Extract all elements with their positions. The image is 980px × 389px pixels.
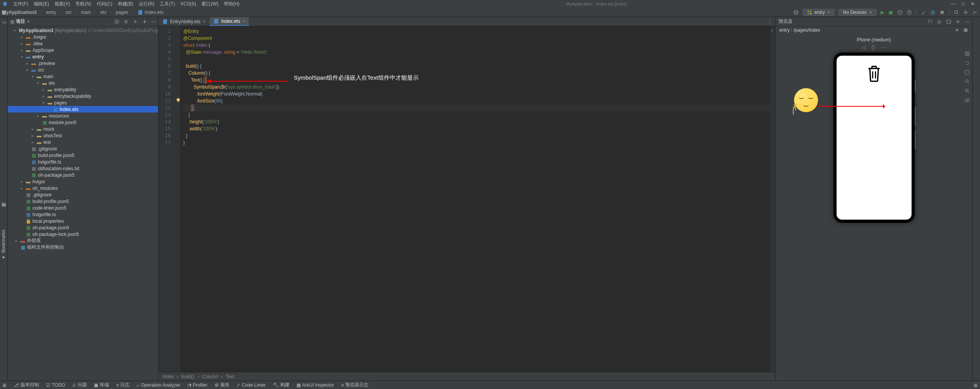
run-icon[interactable]: ▶ [881,10,884,15]
tree-node[interactable]: ▸▬test [8,139,158,145]
code-text[interactable]: @Entry @Component struct Index { @State … [180,26,775,372]
preview-hide-icon[interactable]: — [965,19,969,24]
tree-scratch[interactable]: ▦临时文件和控制台 [8,244,158,251]
toolwindow-project-tab[interactable]: ▭ 项目 [1,19,7,26]
crumb[interactable]: Column [202,374,218,379]
tree-node[interactable]: ▦oh-package.json5 [8,224,158,231]
sb-terminal[interactable]: ▣ 终端 [94,382,109,388]
tree-node[interactable]: ▾▬pages [8,99,158,106]
tree-node[interactable]: ▸▬AppScope [8,47,158,53]
menu-run[interactable]: 运行(R) [136,0,157,8]
tree-root[interactable]: ▾MyApplication3[MyApplication]C:\Users\M… [8,27,158,34]
grid-icon[interactable] [965,51,970,56]
tree-node[interactable]: ▸▬entryability [8,86,158,93]
fit-icon[interactable] [965,70,970,75]
sb-code-linter[interactable]: ✓ Code Linter [237,382,266,388]
tree-node[interactable]: ▦oh-package-lock.json5 [8,231,158,237]
tree-node[interactable]: ▦module.json5 [8,119,158,126]
hide-toolwindows-icon[interactable]: ▣ [2,382,7,388]
menu-tools[interactable]: 工具(T) [157,0,177,8]
tree-node[interactable]: ▸▬ohosTest [8,132,158,139]
sb-services[interactable]: ⚙ 服务 [215,382,230,388]
tree-node[interactable]: ▦build-profile.json5 [8,198,158,205]
menu-window[interactable]: 窗口(W) [199,0,220,8]
expand-all-icon[interactable] [123,19,129,24]
tree-node[interactable]: ▦hvigorfile.ts [8,211,158,218]
project-tree[interactable]: ▾MyApplication3[MyApplication]C:\Users\M… [8,26,158,380]
coverage-icon[interactable] [897,10,903,15]
tab-index[interactable]: Index.ets× [210,17,249,26]
device-type-icon[interactable] [871,45,876,50]
tree-node[interactable]: ▦obfuscation-rules.txt [8,165,158,172]
tab-overflow-icon[interactable]: ⋮ [764,17,775,26]
hide-panel-icon[interactable]: — [151,19,156,24]
tree-ext-libs[interactable]: ▸▬外部库 [8,237,158,244]
tree-node[interactable]: ▸▬hvigor [8,178,158,185]
target-icon[interactable] [793,10,799,15]
tree-node[interactable]: ▦hvigorfile.ts [8,159,158,165]
more-devices-icon[interactable]: ⋯ [881,45,886,50]
tree-node[interactable]: ▸▬entrybackupability [8,93,158,99]
sb-todo[interactable]: ☑ TODO [46,382,65,388]
tree-node[interactable]: ▦build-profile.json5 [8,152,158,159]
sb-problems[interactable]: ⚠ 问题 [72,382,87,388]
menu-view[interactable]: 视图(V) [52,0,72,8]
close-tab-icon[interactable]: × [203,19,205,24]
sb-log[interactable]: ≡ 日志 [116,382,130,388]
tree-node[interactable]: ▸▬.idea [8,40,158,47]
font-size-icon[interactable]: Tᴛ [927,19,933,24]
sync-icon[interactable] [930,10,936,15]
breadcrumb-main[interactable]: main [81,10,91,15]
menu-navigate[interactable]: 导航(N) [73,0,94,8]
tab-entryability[interactable]: EntryAbility.ets× [159,17,210,26]
sb-build[interactable]: 🔨 构建 [273,382,290,388]
tree-node[interactable]: ▸▬oh_modules [8,185,158,191]
dark-mode-icon[interactable] [963,27,968,33]
preview-toggle-icon[interactable] [946,19,951,24]
settings-icon[interactable] [963,10,968,15]
select-open-file-icon[interactable] [114,19,119,24]
refresh-icon[interactable] [937,19,942,24]
stop-icon[interactable] [939,10,945,15]
crumb[interactable]: Index [162,374,174,379]
device-selector[interactable]: No Devices ▼ [839,9,876,16]
sb-arkui-inspector[interactable]: ▦ ArkUI Inspector [297,382,334,388]
toolwindow-bookmarks-tab[interactable]: ✦ Bookmarks [1,230,6,260]
tree-node[interactable]: ▸▬.hvigor [8,34,158,40]
close-icon[interactable]: ✕ [971,1,975,7]
tree-entry[interactable]: ▾▬entry [8,53,158,60]
breadcrumb-entry[interactable]: entry [46,10,56,15]
menu-vcs[interactable]: VCS(S) [178,0,199,7]
tree-node[interactable]: ▾▬src [8,67,158,73]
sb-op-analyzer[interactable]: ⌕ Operation Analyzer [136,382,180,388]
run-module-selector[interactable]: entry ▼ [803,9,835,16]
debug-icon[interactable] [888,10,893,15]
tree-node[interactable]: ▦oh-package.json5 [8,172,158,178]
menu-code[interactable]: 代码(C) [94,0,115,8]
menu-help[interactable]: 帮助(H) [222,0,242,8]
crumb[interactable]: build() [181,374,194,379]
sb-notifications-icon[interactable]: ▣ [973,382,978,388]
tree-node[interactable]: ▾▬ets [8,80,158,86]
intention-bulb-icon[interactable] [176,97,181,103]
zoom-in-icon[interactable] [965,88,970,94]
tree-node[interactable]: ▸▬mock [8,126,158,132]
tree-node[interactable]: ▸▬resources [8,113,158,119]
prev-device-icon[interactable]: ◁ [862,45,865,50]
screenshot-icon[interactable] [965,97,970,103]
tree-node[interactable]: ▾▬main [8,73,158,80]
build-hammer-icon[interactable] [921,10,926,15]
breadcrumb-src[interactable]: src [65,10,72,15]
tree-node[interactable]: 🔒local.properties [8,218,158,224]
menu-edit[interactable]: 编辑(E) [31,0,51,8]
close-tab-icon[interactable]: × [242,19,245,24]
toolbar-search-icon[interactable] [954,10,959,15]
sb-vcs[interactable]: ⎇ 版本控制 [14,382,39,388]
zoom-out-icon[interactable] [965,79,970,84]
breadcrumb-root[interactable]: MyApplication3 [2,10,37,15]
tree-node[interactable]: ▦.gitignore [8,145,158,152]
maximize-icon[interactable]: □ [962,1,965,7]
menu-build[interactable]: 构建(B) [116,0,136,8]
panel-settings-icon[interactable] [142,19,147,24]
menu-file[interactable]: 文件(F) [11,0,31,8]
